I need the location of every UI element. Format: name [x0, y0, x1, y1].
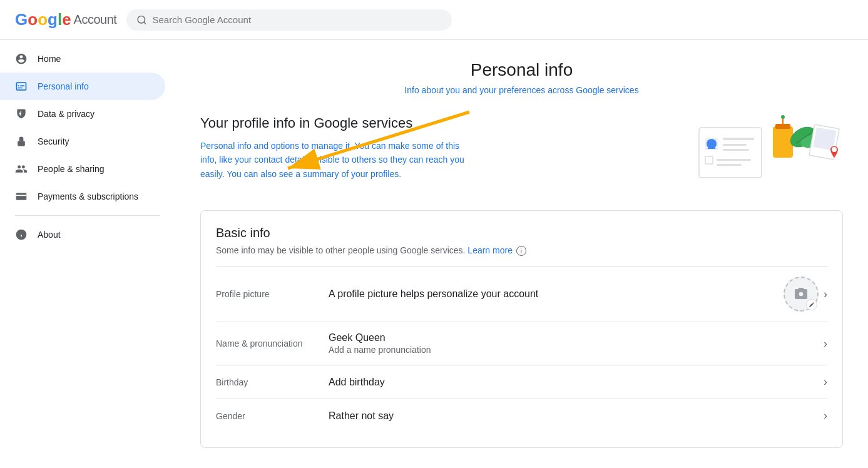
google-g-letter: Google: [15, 10, 71, 29]
svg-rect-13: [723, 149, 749, 151]
svg-rect-15: [717, 159, 751, 161]
search-input[interactable]: [152, 14, 442, 25]
sidebar-label-people-sharing: People & sharing: [38, 164, 105, 174]
sidebar-item-payments[interactable]: Payments & subscriptions: [0, 183, 165, 210]
sidebar-label-security: Security: [38, 136, 69, 146]
svg-rect-18: [775, 124, 790, 129]
svg-line-1: [144, 22, 146, 24]
google-logo: Google Account: [15, 10, 116, 29]
profile-section-text: Your profile info in Google services Per…: [200, 115, 476, 181]
gender-row[interactable]: Gender Rather not say ›: [216, 399, 827, 432]
sidebar-label-about: About: [38, 230, 61, 240]
info-icon: i: [516, 246, 526, 256]
edit-icon: [809, 302, 815, 308]
birthday-label: Birthday: [216, 377, 329, 387]
profile-illustration: [680, 115, 843, 190]
sidebar-label-payments: Payments & subscriptions: [38, 191, 138, 201]
home-icon: [15, 53, 28, 65]
sidebar-divider: [15, 215, 160, 216]
svg-rect-12: [723, 144, 747, 146]
profile-picture-row[interactable]: Profile picture A profile picture helps …: [216, 266, 827, 322]
birthday-arrow: ›: [824, 375, 827, 389]
sidebar-item-home[interactable]: Home: [0, 45, 165, 73]
svg-rect-11: [723, 138, 754, 140]
sidebar-label-data-privacy: Data & privacy: [38, 109, 94, 119]
name-label: Name & pronunciation: [216, 338, 329, 348]
profile-picture-circle: [784, 277, 819, 312]
gender-arrow: ›: [824, 409, 827, 422]
camera-icon: [794, 287, 809, 302]
page-header: Personal info Info about you and your pr…: [200, 40, 843, 110]
basic-info-card: Basic info Some info may be visible to o…: [200, 210, 843, 448]
profile-picture-value: A profile picture helps personalize your…: [329, 288, 784, 300]
sidebar-item-personal-info[interactable]: Personal info: [0, 73, 165, 100]
search-bar[interactable]: [126, 9, 452, 31]
data-privacy-icon: [15, 108, 28, 120]
header: Google Account: [0, 0, 868, 40]
name-pronunciation-row[interactable]: Name & pronunciation Geek Queen Add a na…: [216, 322, 827, 365]
svg-point-26: [832, 147, 837, 152]
svg-point-0: [138, 16, 145, 23]
page-title: Personal info: [200, 60, 843, 80]
profile-picture-label: Profile picture: [216, 289, 329, 299]
svg-rect-3: [16, 193, 27, 200]
content-area: Personal info Info about you and your pr…: [175, 40, 868, 468]
profile-section-header: Your profile info in Google services Per…: [200, 110, 843, 195]
birthday-row[interactable]: Birthday Add birthday ›: [216, 365, 827, 399]
profile-picture-arrow: ›: [824, 288, 827, 301]
page-subtitle: Info about you and your preferences acro…: [200, 85, 843, 95]
svg-rect-8: [699, 128, 762, 178]
sidebar-item-about[interactable]: About: [0, 221, 165, 248]
profile-section-description: Personal info and options to manage it. …: [200, 139, 476, 181]
security-icon: [15, 135, 28, 148]
learn-more-link[interactable]: Learn more: [467, 245, 513, 255]
personal-info-icon: [15, 80, 28, 93]
sidebar-label-home: Home: [38, 54, 61, 64]
main-layout: Home Personal info Data & privacy Securi…: [0, 40, 868, 468]
svg-rect-2: [18, 141, 25, 146]
svg-rect-17: [773, 126, 793, 158]
logo-account-text: Account: [74, 13, 117, 27]
payments-icon: [15, 190, 28, 203]
sidebar-label-personal-info: Personal info: [38, 81, 89, 91]
basic-info-title: Basic info: [216, 226, 827, 240]
profile-section-heading: Your profile info in Google services: [200, 115, 476, 131]
svg-point-20: [781, 115, 785, 119]
people-sharing-icon: [15, 163, 28, 175]
basic-info-subtitle: Some info may be visible to other people…: [216, 245, 827, 256]
gender-value: Rather not say: [329, 410, 824, 422]
sidebar: Home Personal info Data & privacy Securi…: [0, 40, 175, 468]
birthday-value: Add birthday: [329, 377, 824, 388]
sidebar-item-security[interactable]: Security: [0, 128, 165, 155]
search-icon: [136, 14, 147, 26]
info-rows: Profile picture A profile picture helps …: [216, 266, 827, 432]
about-icon: [15, 228, 28, 241]
name-value: Geek Queen Add a name pronunciation: [329, 332, 824, 355]
sidebar-item-data-privacy[interactable]: Data & privacy: [0, 100, 165, 128]
illustration-svg: [680, 115, 843, 190]
sidebar-item-people-sharing[interactable]: People & sharing: [0, 155, 165, 183]
gender-label: Gender: [216, 411, 329, 421]
svg-rect-16: [717, 164, 742, 166]
name-arrow: ›: [824, 337, 827, 350]
